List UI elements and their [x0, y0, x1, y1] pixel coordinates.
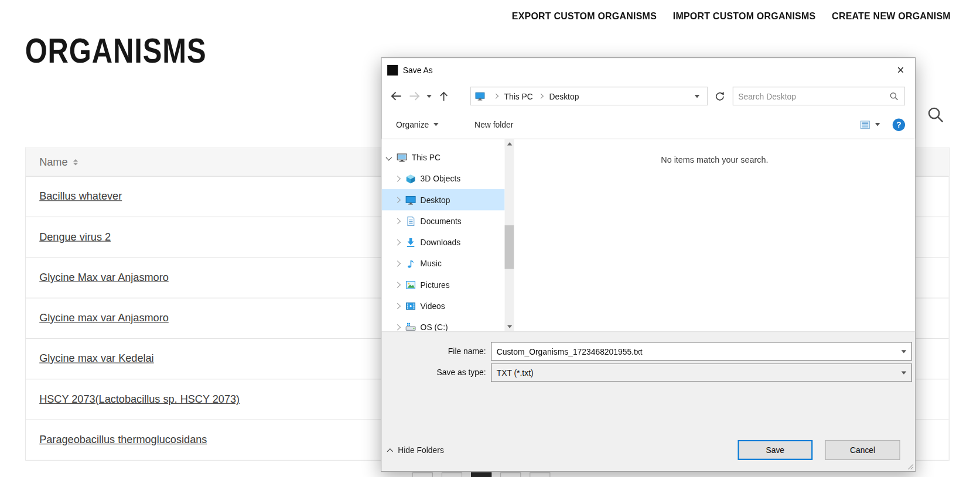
cancel-button[interactable]: Cancel	[825, 440, 900, 460]
chevron-expanded-icon[interactable]	[385, 154, 392, 160]
address-row: This PC Desktop	[382, 82, 916, 111]
organize-button[interactable]: Organize	[396, 120, 438, 129]
help-button[interactable]: ?	[893, 118, 905, 131]
file-name-combo	[491, 342, 912, 361]
forward-icon	[407, 88, 422, 104]
chevron-down-icon	[902, 371, 907, 374]
file-name-input[interactable]	[491, 346, 896, 356]
chevron-collapsed-icon[interactable]	[394, 218, 401, 224]
top-nav: EXPORT CUSTOM ORGANISMS IMPORT CUSTOM OR…	[512, 11, 951, 21]
address-dropdown-button[interactable]	[691, 87, 703, 105]
breadcrumb-this-pc[interactable]: This PC	[502, 91, 535, 101]
organism-link[interactable]: Glycine Max var Anjasmoro	[39, 272, 169, 284]
pagination	[412, 472, 551, 477]
organism-link[interactable]: Glycine max var Anjasmoro	[39, 312, 169, 324]
refresh-icon	[714, 91, 725, 101]
dialog-content: This PC 3D Objects Desktop Documents	[382, 139, 916, 331]
tree-item-3d-objects[interactable]: 3D Objects	[382, 168, 505, 189]
scroll-up-button[interactable]	[505, 139, 514, 149]
file-name-label: File name:	[382, 342, 486, 361]
organism-link[interactable]: HSCY 2073(Lactobacillus sp. HSCY 2073)	[39, 393, 240, 406]
chevron-collapsed-icon[interactable]	[394, 282, 401, 288]
nav-create-new-organism[interactable]: CREATE NEW ORGANISM	[832, 11, 951, 21]
monitor-icon	[405, 194, 416, 205]
back-button[interactable]	[387, 87, 405, 105]
tree-item-this-pc[interactable]: This PC	[382, 147, 505, 168]
pc-icon	[397, 152, 407, 163]
hide-folders-button[interactable]: Hide Folders	[388, 440, 444, 460]
close-button[interactable]: ×	[886, 58, 915, 82]
search-desktop-box	[733, 87, 905, 105]
chevron-collapsed-icon[interactable]	[394, 260, 401, 267]
app-icon	[387, 64, 398, 75]
dialog-titlebar[interactable]: Save As ×	[382, 58, 916, 82]
chevron-collapsed-icon[interactable]	[394, 303, 401, 309]
new-folder-label: New folder	[474, 120, 513, 129]
resize-grip-icon[interactable]	[905, 461, 914, 470]
chevron-collapsed-icon[interactable]	[394, 176, 401, 182]
organism-link[interactable]: Parageobacillus thermoglucosidans	[39, 434, 207, 446]
tree-item-documents[interactable]: Documents	[382, 210, 505, 231]
search-icon[interactable]	[925, 105, 946, 126]
help-icon: ?	[896, 120, 901, 129]
tree-item-desktop[interactable]: Desktop	[382, 189, 505, 210]
pagination-button-current[interactable]	[471, 472, 491, 477]
recent-locations-button[interactable]	[424, 87, 434, 105]
chevron-down-icon	[695, 95, 700, 98]
save-as-type-combo[interactable]: TXT (*.txt)	[491, 363, 912, 382]
forward-button[interactable]	[405, 87, 424, 105]
pagination-button[interactable]	[442, 472, 462, 477]
save-as-dialog: Save As × This PC Desktop	[381, 57, 916, 472]
nav-import-custom-organisms[interactable]: IMPORT CUSTOM ORGANISMS	[673, 11, 816, 21]
search-icon	[889, 91, 899, 101]
scroll-down-button[interactable]	[505, 322, 514, 331]
save-button[interactable]: Save	[737, 440, 812, 460]
picture-icon	[405, 279, 416, 290]
chevron-collapsed-icon[interactable]	[394, 197, 401, 203]
chevron-down-icon	[426, 95, 432, 98]
breadcrumb: This PC Desktop	[470, 87, 708, 105]
organism-link[interactable]: Glycine max var Kedelai	[39, 352, 153, 365]
chevron-down-icon	[433, 123, 439, 126]
name-header-label: Name	[39, 156, 67, 168]
folder-tree: This PC 3D Objects Desktop Documents	[382, 139, 514, 331]
document-icon	[405, 215, 416, 226]
new-folder-button[interactable]: New folder	[474, 120, 513, 129]
triangle-down-icon	[507, 325, 512, 328]
cube-icon	[405, 173, 416, 184]
screen: ORGANISMS EXPORT CUSTOM ORGANISMS IMPORT…	[0, 0, 980, 477]
chevron-down-icon	[875, 123, 880, 126]
scrollbar-thumb[interactable]	[505, 225, 514, 269]
search-desktop-input[interactable]	[738, 91, 889, 101]
tree-item-music[interactable]: Music	[382, 253, 505, 274]
organize-label: Organize	[396, 120, 429, 129]
organism-link[interactable]: Bacillus whatever	[39, 190, 122, 203]
view-options-icon	[859, 119, 870, 129]
pagination-button[interactable]	[500, 472, 521, 477]
hide-folders-label: Hide Folders	[398, 445, 444, 455]
tree-item-videos[interactable]: Videos	[382, 295, 505, 316]
this-pc-icon	[474, 91, 485, 101]
change-view-button[interactable]	[859, 119, 880, 129]
tree-item-downloads[interactable]: Downloads	[382, 232, 505, 253]
up-button[interactable]	[434, 87, 453, 105]
pagination-button[interactable]	[412, 472, 433, 477]
file-list-panel[interactable]: No items match your search.	[514, 139, 916, 331]
video-icon	[405, 300, 416, 311]
save-as-type-dropdown-button[interactable]	[896, 364, 911, 382]
organism-link[interactable]: Dengue virus 2	[39, 231, 111, 243]
tree-scrollbar[interactable]	[505, 139, 514, 331]
dialog-title: Save As	[403, 65, 433, 74]
chevron-collapsed-icon[interactable]	[394, 239, 401, 245]
tree-item-pictures[interactable]: Pictures	[382, 274, 505, 295]
chevron-collapsed-icon[interactable]	[394, 324, 401, 330]
refresh-button[interactable]	[710, 87, 729, 105]
music-icon	[405, 258, 416, 269]
drive-icon	[405, 322, 416, 332]
tree-item-os-c[interactable]: OS (C:)	[382, 317, 505, 332]
pagination-button[interactable]	[530, 472, 550, 477]
breadcrumb-desktop[interactable]: Desktop	[547, 91, 581, 101]
file-name-dropdown-button[interactable]	[896, 342, 911, 360]
nav-export-custom-organisms[interactable]: EXPORT CUSTOM ORGANISMS	[512, 11, 657, 21]
download-icon	[405, 237, 416, 248]
